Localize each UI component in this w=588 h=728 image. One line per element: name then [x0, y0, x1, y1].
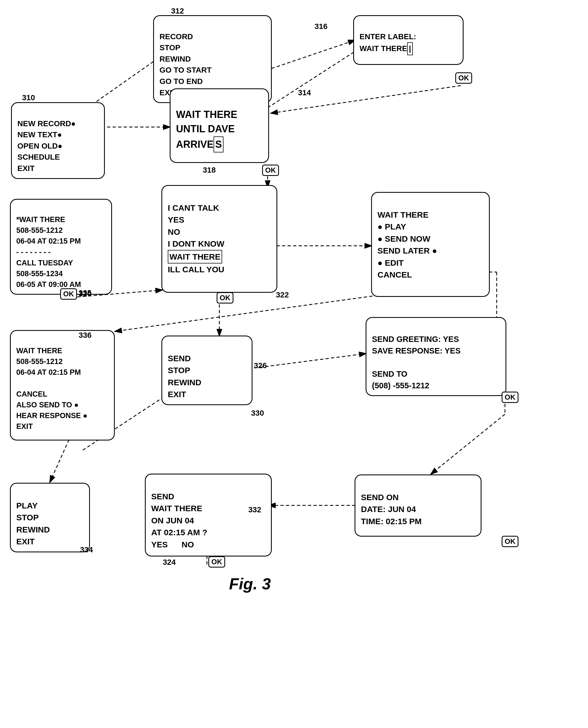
label-336: 336: [79, 331, 91, 340]
label-322: 322: [276, 290, 289, 299]
box-320-list-text: *WAIT THERE 508-555-1212 06-04 AT 02:15 …: [16, 216, 81, 289]
box-326-text: SEND STOP REWIND EXIT: [168, 354, 202, 399]
svg-line-18: [430, 414, 505, 474]
label-324: 324: [163, 558, 176, 567]
box-324-text: SEND WAIT THERE ON JUN 04 AT 02:15 AM ? …: [151, 492, 207, 549]
ok-318: OK: [262, 165, 279, 176]
box-312-text: RECORD STOP REWIND GO TO START GO TO END…: [160, 32, 215, 97]
box-320-text: I CANT TALK YES NO I DONT KNOW WAIT THER…: [168, 203, 224, 274]
box-322: WAIT THERE ● PLAY ● SEND NOW SEND LATER …: [371, 192, 490, 297]
box-334-text: PLAY STOP REWIND EXIT: [16, 501, 50, 546]
figure-label: Fig. 3: [229, 574, 271, 593]
box-316: ENTER LABEL: WAIT THERE|: [353, 15, 464, 65]
ok-324: OK: [208, 556, 225, 568]
ok-316: OK: [455, 72, 472, 84]
label-320: 320: [79, 289, 91, 298]
ok-320: OK: [216, 292, 233, 304]
svg-line-21: [50, 440, 69, 483]
box-322-text: WAIT THERE ● PLAY ● SEND NOW SEND LATER …: [377, 210, 437, 280]
svg-line-4: [272, 40, 355, 68]
box-324: SEND WAIT THERE ON JUN 04 AT 02:15 AM ? …: [145, 474, 272, 557]
label-318: 318: [203, 166, 216, 175]
box-318: WAIT THERE UNTIL DAVE ARRIVES: [170, 88, 269, 163]
box-326: SEND STOP REWIND EXIT: [162, 336, 252, 405]
label-316: 316: [315, 22, 328, 31]
ok-320-list: OK: [60, 288, 77, 300]
box-320: I CANT TALK YES NO I DONT KNOW WAIT THER…: [162, 185, 277, 293]
label-312: 312: [171, 7, 184, 16]
box-318-text: WAIT THERE UNTIL DAVE ARRIVES: [176, 109, 237, 150]
ok-330: OK: [502, 391, 519, 403]
ok-332: OK: [502, 536, 519, 547]
label-332: 332: [248, 505, 261, 514]
box-330-text: SEND GREETING: YES SAVE RESPONSE: YES SE…: [372, 335, 461, 390]
box-316-text: ENTER LABEL: WAIT THERE|: [359, 32, 416, 53]
box-310-text: NEW RECORD● NEW TEXT● OPEN OLD● SCHEDULE…: [17, 119, 76, 173]
svg-line-15: [114, 296, 373, 331]
label-326: 326: [254, 361, 267, 370]
box-310: NEW RECORD● NEW TEXT● OPEN OLD● SCHEDULE…: [11, 102, 105, 179]
label-334: 334: [80, 545, 93, 554]
box-320-list: *WAIT THERE 508-555-1212 06-04 AT 02:15 …: [10, 199, 112, 295]
label-330: 330: [251, 409, 264, 418]
box-334: PLAY STOP REWIND EXIT: [10, 483, 90, 552]
box-332-text: SEND ON DATE: JUN 04 TIME: 02:15 PM: [361, 493, 422, 526]
box-332: SEND ON DATE: JUN 04 TIME: 02:15 PM: [355, 474, 482, 537]
box-330: SEND GREETING: YES SAVE RESPONSE: YES SE…: [365, 317, 506, 396]
label-310: 310: [22, 93, 35, 102]
box-336-text: WAIT THERE 508-555-1212 06-04 AT 02:15 P…: [16, 347, 87, 430]
box-336: WAIT THERE 508-555-1212 06-04 AT 02:15 P…: [10, 330, 115, 441]
label-314: 314: [298, 88, 311, 97]
